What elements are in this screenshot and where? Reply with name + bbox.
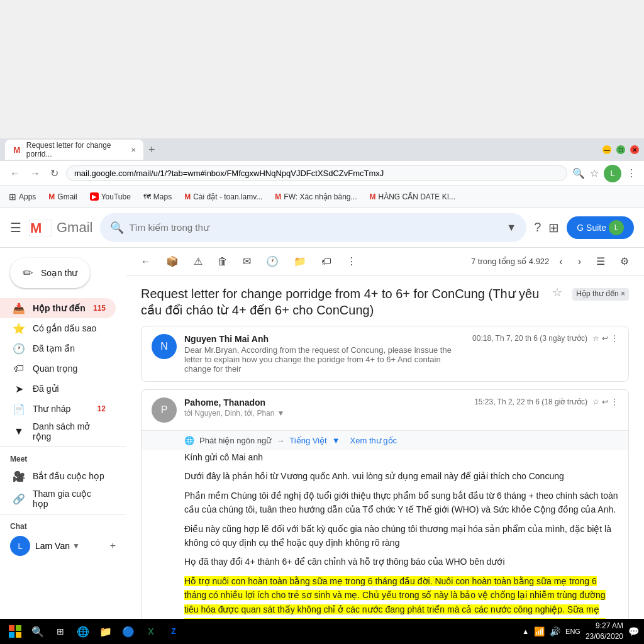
chat-user-item[interactable]: L Lam Van ▼ + <box>0 533 126 558</box>
system-tray: ▲ 📶 🔊 ENG 9:27 AM 23/06/2020 💬 <box>522 621 639 642</box>
bookmark-gmail[interactable]: M Gmail <box>45 191 80 203</box>
star-msg2-icon[interactable]: ☆ <box>592 397 599 406</box>
message-2-info: Pahome, Thanadon tới Nguyen, Dinh, tới, … <box>184 397 467 418</box>
sidebar-snoozed-label: Đã tạm ẩn <box>33 343 106 353</box>
translate-dropdown[interactable]: ▼ <box>332 436 340 445</box>
bookmark-apps[interactable]: ⊞ Apps <box>5 191 40 203</box>
drafts-icon: 📄 <box>13 403 25 415</box>
svg-rect-2 <box>9 625 14 631</box>
zalo-icon: Z <box>171 627 175 636</box>
translate-arrow: → <box>276 436 284 445</box>
maximize-button[interactable]: □ <box>616 145 625 154</box>
sidebar-starred-label: Có gắn dấu sao <box>33 323 106 333</box>
menu-icon[interactable]: ⋮ <box>626 167 636 179</box>
refresh-button[interactable]: ↻ <box>48 165 61 182</box>
search-taskbar-button[interactable]: 🔍 <box>28 621 48 641</box>
archive-button[interactable]: 📦 <box>161 253 184 270</box>
active-tab[interactable]: M Request letter for change porrid... ✕ <box>5 140 143 160</box>
thread-tag[interactable]: Hộp thư đến × <box>572 288 629 301</box>
excel-button[interactable]: X <box>141 621 161 641</box>
more-actions-button[interactable]: ⋮ <box>341 253 362 270</box>
message-2-header[interactable]: P Pahome, Thanadon tới Nguyen, Dinh, tới… <box>142 390 628 430</box>
url-input[interactable] <box>66 165 567 181</box>
notification-icon[interactable]: 💬 <box>628 626 639 636</box>
chrome-button[interactable]: 🔵 <box>118 621 138 641</box>
message-1-header[interactable]: N Nguyen Thi Mai Anh Dear Mr.Bryan, Acco… <box>142 326 628 381</box>
snooze-button[interactable]: 🕐 <box>261 253 284 270</box>
sidebar-item-starred[interactable]: ⭐ Có gắn dấu sao <box>0 318 116 338</box>
hamburger-menu[interactable]: ☰ <box>10 220 21 235</box>
sidebar-item-new-meeting[interactable]: 🎥 Bắt đầu cuộc họp <box>0 466 116 486</box>
delete-button[interactable]: 🗑 <box>213 253 233 270</box>
settings-button[interactable]: ⚙ <box>615 253 634 270</box>
reply-msg1-icon[interactable]: ↩ <box>602 334 608 343</box>
move-button[interactable]: 📁 <box>289 253 311 270</box>
compose-button[interactable]: ✏ Soạn thư <box>10 258 90 288</box>
start-button[interactable] <box>5 621 25 641</box>
mark-unread-button[interactable]: ✉ <box>238 253 256 270</box>
prev-email-button[interactable]: ‹ <box>554 253 567 270</box>
zalo-button[interactable]: Z <box>164 621 184 641</box>
recipients-dropdown-icon[interactable]: ▼ <box>277 409 284 418</box>
search-icon: 🔍 <box>572 167 585 179</box>
new-tab-button[interactable]: + <box>143 143 160 157</box>
next-email-button[interactable]: › <box>573 253 586 270</box>
report-spam-button[interactable]: ⚠ <box>189 253 208 270</box>
sidebar-item-sent[interactable]: ➤ Đã gửi <box>0 379 116 399</box>
bookmark-youtube[interactable]: ▶ YouTube <box>86 191 135 203</box>
bookmark-xacnhan[interactable]: M FW: Xác nhận băng... <box>271 191 360 203</box>
time-2-text: 15:23, Th 2, 22 th 6 (18 giờ trước) <box>474 397 587 406</box>
sidebar-item-snoozed[interactable]: 🕐 Đã tạm ẩn <box>0 338 116 358</box>
sidebar-item-inbox[interactable]: 📥 Hộp thư đến 115 <box>0 298 116 318</box>
user-avatar[interactable]: L <box>604 165 621 182</box>
sidebar-item-join-meeting[interactable]: 🔗 Tham gia cuộc họp <box>0 486 116 511</box>
language-indicator[interactable]: ENG <box>565 628 580 635</box>
caidat-label: Cài đặt - toan.lamv... <box>193 192 262 201</box>
task-view-button[interactable]: ⊞ <box>50 621 70 641</box>
split-view-button[interactable]: ☰ <box>591 253 610 270</box>
gsuite-button[interactable]: G Suite L <box>567 216 634 239</box>
labels-button[interactable]: 🏷 <box>316 253 336 270</box>
view-original-link[interactable]: Xem thư gốc <box>350 436 397 445</box>
svg-rect-3 <box>16 625 21 631</box>
user-avatar-header: L <box>609 220 624 235</box>
sidebar-sent-label: Đã gửi <box>33 384 106 394</box>
url-action-icons: 🔍 ☆ L ⋮ <box>572 165 636 182</box>
chat-user-dropdown[interactable]: ▼ <box>72 541 80 550</box>
search-bar[interactable]: 🔍 ▼ <box>100 213 526 242</box>
bookmark-maps[interactable]: 🗺 Maps <box>140 191 175 203</box>
hangcan-icon: M <box>370 192 376 201</box>
more-msg2-icon[interactable]: ⋮ <box>611 397 618 406</box>
body-line-4: Điều này cũng hợp lẽ đối với bất kỳ quốc… <box>184 522 618 550</box>
bookmark-icon[interactable]: ☆ <box>590 167 599 179</box>
back-to-inbox-button[interactable]: ← <box>136 253 156 270</box>
edge-button[interactable]: 🌐 <box>73 621 93 641</box>
new-chat-button[interactable]: + <box>110 540 116 552</box>
sidebar-item-more[interactable]: ▼ Danh sách mở rộng <box>0 419 116 444</box>
apps-grid-icon[interactable]: ⊞ <box>548 220 559 235</box>
sidebar-item-drafts[interactable]: 📄 Thư nháp 12 <box>0 399 116 419</box>
translate-icon: 🌐 <box>184 436 194 445</box>
help-icon[interactable]: ? <box>534 220 541 235</box>
back-button[interactable]: ← <box>8 165 23 182</box>
tab-close-button[interactable]: ✕ <box>131 147 136 153</box>
star-msg1-icon[interactable]: ☆ <box>592 334 599 343</box>
explorer-button[interactable]: 📁 <box>96 621 116 641</box>
search-dropdown-icon[interactable]: ▼ <box>506 222 516 233</box>
taskbar: 🔍 ⊞ 🌐 📁 🔵 X Z ▲ 📶 🔊 ENG 9:27 AM 23/06/20… <box>0 619 644 644</box>
translate-language[interactable]: Tiếng Việt <box>289 436 326 445</box>
minimize-button[interactable]: — <box>602 145 611 154</box>
bookmark-hangcan[interactable]: M HÀNG CẦN DATE KI... <box>366 191 459 203</box>
more-msg1-icon[interactable]: ⋮ <box>611 334 618 343</box>
search-input[interactable] <box>129 222 501 233</box>
bookmark-caidat[interactable]: M Cài đặt - toan.lamv... <box>180 191 266 203</box>
system-clock[interactable]: 9:27 AM 23/06/2020 <box>586 621 623 642</box>
message-2-to-line: tới Nguyen, Dinh, tới, Phan ▼ <box>184 409 467 418</box>
sidebar-item-important[interactable]: 🏷 Quan trọng <box>0 358 116 379</box>
reply-msg2-icon[interactable]: ↩ <box>602 397 608 406</box>
gmail-bm-label: Gmail <box>57 192 77 201</box>
subject-star-icon[interactable]: ☆ <box>552 286 562 300</box>
subject-text: Request letter for change porridge from … <box>141 286 547 318</box>
forward-button[interactable]: → <box>28 165 43 182</box>
close-button[interactable]: ✕ <box>630 145 639 154</box>
